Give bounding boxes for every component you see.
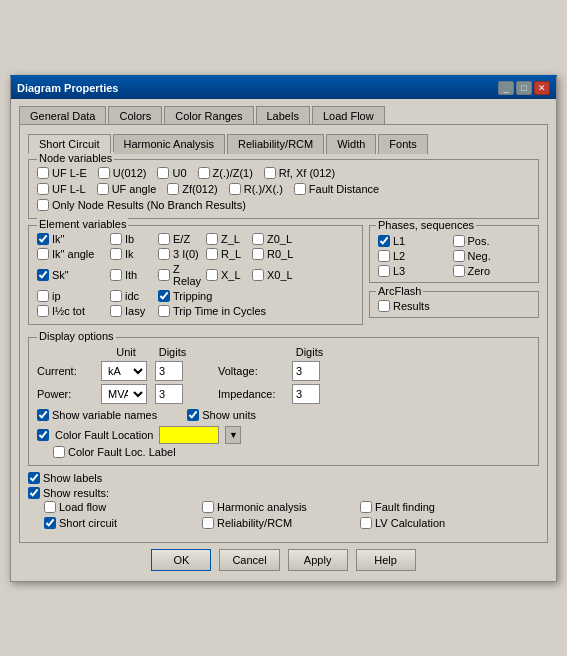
uf-angle-checkbox[interactable]: [97, 183, 109, 195]
tab-short-circuit[interactable]: Short Circuit: [28, 134, 111, 154]
phases-sequences-section: Phases, sequences L1 Pos.: [369, 225, 539, 283]
color-fault-location-checkbox[interactable]: [37, 429, 49, 441]
load-flow-result-label: Load flow: [59, 501, 106, 513]
power-label: Power:: [37, 388, 97, 400]
element-variables-section: Element variables Ik" Ib E/Z Z_L: [28, 225, 363, 325]
ik-angle-checkbox[interactable]: [37, 248, 49, 260]
reliability-rcm-result-checkbox[interactable]: [202, 517, 214, 529]
cancel-button[interactable]: Cancel: [219, 549, 279, 571]
color-dropdown-arrow[interactable]: ▼: [225, 426, 241, 444]
rl-checkbox[interactable]: [206, 248, 218, 260]
help-button[interactable]: Help: [356, 549, 416, 571]
neg-label: Neg.: [468, 250, 491, 262]
close-button[interactable]: ✕: [534, 81, 550, 95]
power-unit-select[interactable]: MVA kVA VA: [101, 384, 147, 404]
zf012-checkbox[interactable]: [167, 183, 179, 195]
show-labels-checkbox[interactable]: [28, 472, 40, 484]
tab-width[interactable]: Width: [326, 134, 376, 154]
zl-label: Z_L: [221, 233, 249, 245]
zf012-label: Zf(012): [182, 183, 217, 195]
r0l-checkbox[interactable]: [252, 248, 264, 260]
harmonic-analysis-result-checkbox[interactable]: [202, 501, 214, 513]
fault-finding-result-checkbox[interactable]: [360, 501, 372, 513]
zl-checkbox[interactable]: [206, 233, 218, 245]
tab-fonts[interactable]: Fonts: [378, 134, 428, 154]
i-half-c-checkbox[interactable]: [37, 305, 49, 317]
current-unit-select[interactable]: kA A MA: [101, 361, 147, 381]
ok-button[interactable]: OK: [151, 549, 211, 571]
x0l-checkbox[interactable]: [252, 269, 264, 281]
current-digits-input[interactable]: [155, 361, 183, 381]
tab-reliability-rcm[interactable]: Reliability/RCM: [227, 134, 324, 154]
r-x-checkbox[interactable]: [229, 183, 241, 195]
3i0-checkbox[interactable]: [158, 248, 170, 260]
color-swatch[interactable]: [159, 426, 219, 444]
apply-button[interactable]: Apply: [288, 549, 348, 571]
tab-load-flow[interactable]: Load Flow: [312, 106, 385, 125]
ez-checkbox[interactable]: [158, 233, 170, 245]
l2-checkbox[interactable]: [378, 250, 390, 262]
fault-distance-checkbox[interactable]: [294, 183, 306, 195]
z-z1-label: Z(.)/Z(1): [213, 167, 253, 179]
ib-checkbox[interactable]: [110, 233, 122, 245]
pos-checkbox[interactable]: [453, 235, 465, 247]
uf-ll-checkbox[interactable]: [37, 183, 49, 195]
z-relay-checkbox[interactable]: [158, 269, 170, 281]
neg-checkbox[interactable]: [453, 250, 465, 262]
u012-checkbox[interactable]: [98, 167, 110, 179]
show-results-section: Show results: Load flow Harmonic analysi…: [28, 487, 539, 530]
fault-finding-result-row: Fault finding: [360, 501, 510, 513]
neg-row: Neg.: [453, 250, 531, 262]
zero-row: Zero: [453, 265, 531, 277]
ik-checkbox[interactable]: [37, 233, 49, 245]
l1-checkbox[interactable]: [378, 235, 390, 247]
show-variable-names-row: Show variable names: [37, 409, 157, 421]
ik2-checkbox[interactable]: [110, 248, 122, 260]
rf-xf-checkbox[interactable]: [264, 167, 276, 179]
uf-angle-label: UF angle: [112, 183, 157, 195]
u0-label: U0: [172, 167, 186, 179]
l3-checkbox[interactable]: [378, 265, 390, 277]
zero-label: Zero: [468, 265, 491, 277]
ith-checkbox[interactable]: [110, 269, 122, 281]
tab-labels[interactable]: Labels: [256, 106, 310, 125]
load-flow-result-checkbox[interactable]: [44, 501, 56, 513]
tab-color-ranges[interactable]: Color Ranges: [164, 106, 253, 125]
zero-checkbox[interactable]: [453, 265, 465, 277]
l2-label: L2: [393, 250, 405, 262]
lv-calc-result-checkbox[interactable]: [360, 517, 372, 529]
impedance-digits-input[interactable]: [292, 384, 320, 404]
arcflash-results-checkbox[interactable]: [378, 300, 390, 312]
only-node-checkbox[interactable]: [37, 199, 49, 211]
tab-general-data[interactable]: General Data: [19, 106, 106, 125]
tab-harmonic-analysis[interactable]: Harmonic Analysis: [113, 134, 225, 154]
maximize-button[interactable]: □: [516, 81, 532, 95]
trip-time-checkbox[interactable]: [158, 305, 170, 317]
idc-label: idc: [125, 290, 155, 302]
z-z1-checkbox[interactable]: [198, 167, 210, 179]
show-variable-names-checkbox[interactable]: [37, 409, 49, 421]
short-circuit-result-checkbox[interactable]: [44, 517, 56, 529]
minimize-button[interactable]: _: [498, 81, 514, 95]
power-digits-input[interactable]: [155, 384, 183, 404]
show-labels-label: Show labels: [43, 472, 102, 484]
ev-row-1: Ik" Ib E/Z Z_L Z0_L: [37, 233, 354, 245]
u0-checkbox[interactable]: [157, 167, 169, 179]
iasy-checkbox[interactable]: [110, 305, 122, 317]
sk-checkbox[interactable]: [37, 269, 49, 281]
tripping-checkbox[interactable]: [158, 290, 170, 302]
color-fault-loc-label-checkbox[interactable]: [53, 446, 65, 458]
idc-checkbox[interactable]: [110, 290, 122, 302]
ip-checkbox[interactable]: [37, 290, 49, 302]
show-units-checkbox[interactable]: [187, 409, 199, 421]
ip-label: ip: [52, 290, 107, 302]
tabs-row-2: Short Circuit Harmonic Analysis Reliabil…: [28, 133, 539, 153]
show-results-checkbox[interactable]: [28, 487, 40, 499]
fault-finding-result-label: Fault finding: [375, 501, 435, 513]
sk-label: Sk": [52, 269, 107, 281]
voltage-digits-input[interactable]: [292, 361, 320, 381]
xl-checkbox[interactable]: [206, 269, 218, 281]
tab-colors[interactable]: Colors: [108, 106, 162, 125]
uf-le-checkbox[interactable]: [37, 167, 49, 179]
z0l-checkbox[interactable]: [252, 233, 264, 245]
